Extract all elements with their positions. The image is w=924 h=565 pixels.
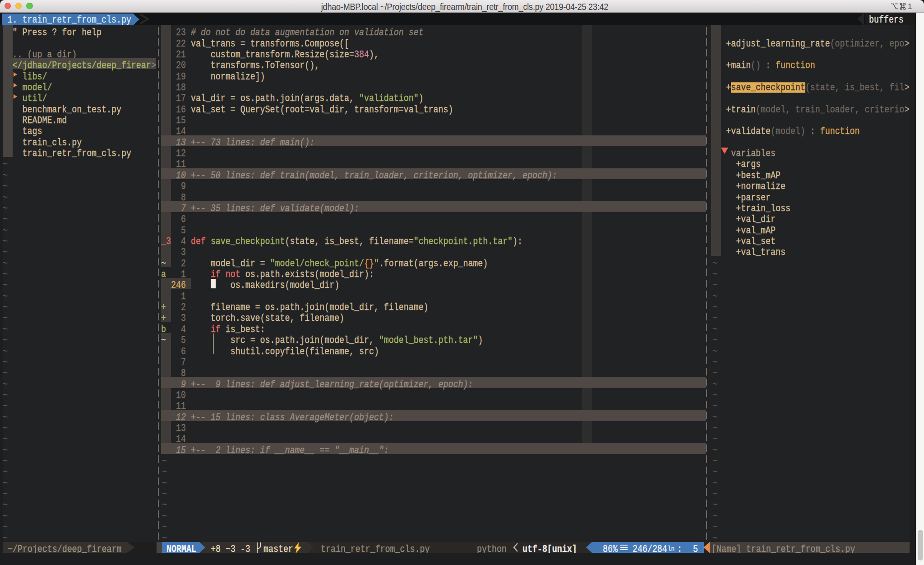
svg-text:1: 1 xyxy=(908,2,912,10)
